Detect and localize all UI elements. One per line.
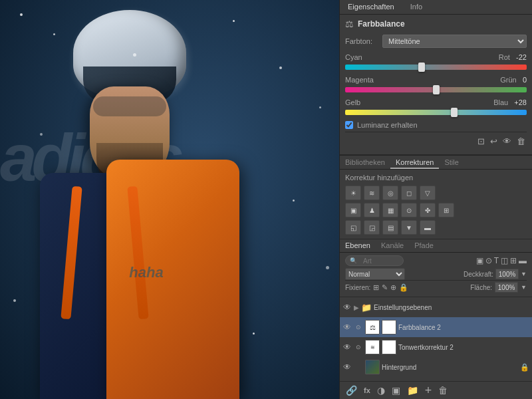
farbton-label: Farbton:	[345, 37, 378, 45]
layer-link-hintergrund	[354, 364, 363, 370]
korrekturen-panel: Korrektur hinzufügen ☀ ≋ ◎ ◻ ▽ ▣ ♟ ▦ ⊙ ✤…	[340, 170, 532, 239]
korrektur-selective-icon[interactable]: ▬	[420, 220, 436, 235]
layers-list: 👁 ▶ 📁 Einstellungsebenen 👁 ⊙ ⚖ Farbbalan…	[340, 297, 532, 381]
slider-magenta-gruen: Magenta Grün 0	[345, 76, 527, 94]
tab-info[interactable]: Info	[402, 0, 430, 14]
farbbalance-panel: ⚖ Farbbalance Farbton: Mitteltöne Lichte…	[340, 15, 532, 155]
flaeche-input[interactable]	[495, 282, 518, 293]
layer-adjustment-bottom-icon[interactable]: ▣	[390, 384, 402, 396]
layer-mask-bottom-icon[interactable]: ◑	[375, 384, 387, 396]
delete-icon[interactable]: 🗑	[515, 135, 527, 148]
cyan-rot-track-container[interactable]	[345, 63, 527, 72]
layer-thumb-tonwert: ≋	[365, 340, 380, 354]
layer-icon-2[interactable]: ⊙	[485, 256, 492, 265]
layer-hintergrund[interactable]: 👁 Hintergrund 🔒	[340, 357, 532, 377]
layer-icon-5[interactable]: ▬	[519, 256, 527, 265]
tab-ebenen[interactable]: Ebenen	[340, 239, 376, 252]
layer-bottom-bar: 🔗 fx ◑ ▣ 📁 + 🗑	[340, 381, 532, 399]
layer-tonwertkorrektur-2[interactable]: 👁 ⊙ ≋ Tonwertkorrektur 2	[340, 337, 532, 357]
korrektur-title: Korrektur hinzufügen	[345, 174, 527, 182]
eye-icon[interactable]: 👁	[501, 135, 513, 148]
gelb-blau-value: +28	[514, 98, 527, 106]
layer-controls: 🔍 ▣ ⊙ T ◫ ⊞ ▬ Normal Auflösen Deckkraft:…	[340, 253, 532, 297]
tab-stile[interactable]: Stile	[439, 156, 464, 169]
layer-icon-3[interactable]: ◫	[501, 256, 508, 265]
korrektur-channelmixer-icon[interactable]: ✤	[420, 203, 436, 217]
panel-title: Farbbalance	[358, 19, 405, 29]
layer-name-hintergrund: Hintergrund	[382, 364, 518, 371]
layer-link-farbbalance[interactable]: ⊙	[354, 324, 363, 331]
layer-vis-tonwert[interactable]: 👁	[342, 342, 352, 352]
reset-icon[interactable]: ↩	[489, 135, 499, 148]
korrektur-brightness-icon[interactable]: ☀	[345, 186, 361, 200]
layer-add-icon[interactable]: +	[423, 384, 434, 397]
korrektur-row-2: ▣ ♟ ▦ ⊙ ✤ ⊞	[345, 203, 527, 217]
tab-korrekturen[interactable]: Korrekturen	[390, 156, 439, 169]
layer-icon-t[interactable]: T	[494, 256, 499, 265]
folder-icon: 📁	[361, 303, 372, 313]
fix-lock-icon[interactable]: 🔒	[399, 283, 408, 292]
layer-name-einstellungsebenen: Einstellungsebenen	[374, 304, 529, 311]
korrektur-colorbalance-icon[interactable]: ♟	[364, 203, 380, 217]
korrektur-photofilter-icon[interactable]: ⊙	[401, 203, 417, 217]
opacity-row: Deckkraft: ▼	[464, 269, 527, 279]
layer-group-bottom-icon[interactable]: 📁	[405, 384, 420, 396]
tab-pfade[interactable]: Pfade	[409, 239, 439, 252]
layer-expand-arrow[interactable]: ▶	[354, 304, 359, 311]
search-input[interactable]	[359, 255, 399, 266]
luminanz-checkbox[interactable]	[345, 121, 353, 129]
layer-farbbalance-2[interactable]: 👁 ⊙ ⚖ Farbbalance 2	[340, 317, 532, 337]
gelb-blau-thumb[interactable]	[451, 108, 458, 117]
korrektur-exposure-icon[interactable]: ◻	[401, 186, 417, 200]
tab-eigenschaften[interactable]: Eigenschaften	[340, 0, 402, 14]
layer-vis-hintergrund[interactable]: 👁	[342, 362, 352, 372]
opacity-arrow[interactable]: ▼	[521, 271, 527, 277]
korrektur-gradmap-icon[interactable]: ▼	[401, 220, 417, 235]
tab-kanaele[interactable]: Kanäle	[376, 239, 409, 252]
magenta-gruen-track-container[interactable]	[345, 85, 527, 94]
layer-group-header[interactable]: 👁 ▶ 📁 Einstellungsebenen	[340, 297, 532, 317]
korrektur-curves-icon[interactable]: ◎	[382, 186, 398, 200]
korrektur-posterize-icon[interactable]: ◲	[364, 220, 380, 235]
gelb-blau-track[interactable]	[345, 110, 527, 115]
korrektur-lookup-icon[interactable]: ⊞	[438, 203, 454, 217]
layer-icon-1[interactable]: ▣	[476, 256, 483, 265]
layer-ctrl-icons: ▣ ⊙ T ◫ ⊞ ▬	[476, 256, 527, 265]
magenta-label: Magenta	[345, 76, 374, 84]
magenta-gruen-track[interactable]	[345, 87, 527, 92]
layer-name-farbbalance-2: Farbbalance 2	[398, 324, 529, 331]
fix-move-icon[interactable]: ⊞	[373, 283, 379, 292]
slider-cyan-rot-labels: Cyan Rot -22	[345, 53, 527, 61]
cyan-rot-thumb[interactable]	[418, 63, 425, 72]
farbton-select[interactable]: Mitteltöne Lichter Tiefen	[382, 35, 527, 48]
korrektur-levels-icon[interactable]: ≋	[364, 186, 380, 200]
layer-thumb-farbbalance: ⚖	[365, 320, 380, 334]
layer-fx-icon[interactable]: fx	[362, 386, 372, 395]
adj-icon-farbbalance: ⚖	[366, 321, 379, 334]
layer-link-tonwert[interactable]: ⊙	[354, 344, 363, 350]
korrektur-vibrance-icon[interactable]: ▽	[420, 186, 436, 200]
opacity-label: Deckkraft:	[464, 271, 493, 278]
korrektur-bw-icon[interactable]: ▦	[382, 203, 398, 217]
clip-icon[interactable]: ⊡	[476, 135, 486, 148]
fix-draw-icon[interactable]: ✎	[382, 283, 388, 292]
layer-vis-farbbalance[interactable]: 👁	[342, 323, 352, 332]
korrektur-invert-icon[interactable]: ◱	[345, 220, 361, 235]
cyan-rot-value: -22	[516, 53, 527, 61]
layer-link-bottom-icon[interactable]: 🔗	[344, 384, 359, 396]
search-icon: 🔍	[350, 257, 357, 264]
korrektur-hsl-icon[interactable]: ▣	[345, 203, 361, 217]
flaeche-arrow[interactable]: ▼	[521, 284, 527, 291]
opacity-input[interactable]	[495, 269, 519, 279]
layer-icon-4[interactable]: ⊞	[510, 256, 517, 265]
layer-vis-einstellungen[interactable]: 👁	[342, 303, 352, 312]
fix-position-icon[interactable]: ⊕	[390, 283, 396, 292]
blend-mode-select[interactable]: Normal Auflösen	[345, 268, 405, 280]
blau-label: Blau +28	[493, 98, 527, 106]
korrektur-threshold-icon[interactable]: ▤	[382, 220, 398, 235]
magenta-gruen-thumb[interactable]	[433, 85, 440, 94]
layer-delete-bottom-icon[interactable]: 🗑	[436, 384, 450, 396]
cyan-rot-track[interactable]	[345, 65, 527, 70]
gelb-blau-track-container[interactable]	[345, 108, 527, 117]
tab-bibliotheken[interactable]: Bibliotheken	[340, 156, 390, 169]
